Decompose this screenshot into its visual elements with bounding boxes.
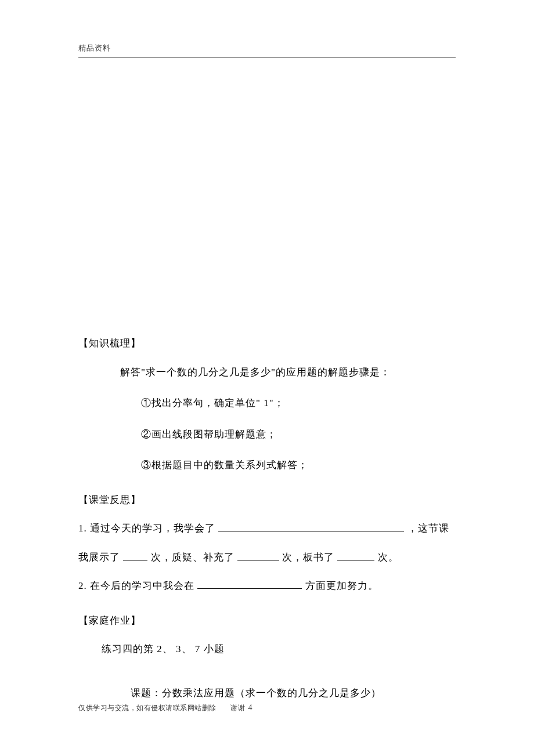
homework-text: 练习四的第 2、 3、 7 小题 <box>78 642 456 657</box>
footer-page-number: 4 <box>248 703 253 712</box>
reflection-1b-text: ，这节课 <box>407 523 449 534</box>
reflection-2a-text: 我展示了 <box>78 552 123 563</box>
header-label: 精品资料 <box>78 43 456 53</box>
reflection-2b-text: 次，质疑、补充了 <box>151 552 237 563</box>
reflection-line-3: 2. 在今后的学习中我会在 方面更加努力。 <box>78 578 456 594</box>
section-heading-homework: 【家庭作业】 <box>78 613 456 628</box>
fill-blank[interactable] <box>337 551 374 560</box>
fill-blank[interactable] <box>237 551 279 560</box>
reflection-2c-text: 次，板书了 <box>282 552 337 563</box>
reflection-2d-text: 次。 <box>378 552 399 563</box>
header-rule <box>78 57 456 57</box>
reflection-1a-text: 1. 通过今天的学习，我学会了 <box>78 523 218 534</box>
fill-blank[interactable] <box>197 579 302 589</box>
knowledge-step-1: ①找出分率句，确定单位" 1"； <box>78 396 456 411</box>
reflection-line-1: 1. 通过今天的学习，我学会了 ，这节课 <box>78 521 456 536</box>
lesson-title: 课题：分数乘法应用题（求一个数的几分之几是多少） <box>78 686 456 701</box>
fill-blank[interactable] <box>218 522 404 531</box>
knowledge-intro: 解答"求一个数的几分之几是多少"的应用题的解题步骤是： <box>78 365 456 380</box>
page-footer: 仅供学习与交流，如有侵权请联系网站删除 谢谢 4 <box>78 703 252 713</box>
knowledge-step-3: ③根据题目中的数量关系列式解答； <box>78 458 456 473</box>
page-content: 【知识梳理】 解答"求一个数的几分之几是多少"的应用题的解题步骤是： ①找出分率… <box>78 336 456 700</box>
reflection-3a-text: 2. 在今后的学习中我会在 <box>78 580 197 591</box>
document-page: 精品资料 【知识梳理】 解答"求一个数的几分之几是多少"的应用题的解题步骤是： … <box>0 0 534 756</box>
reflection-line-2: 我展示了 次，质疑、补充了 次，板书了 次。 <box>78 550 456 565</box>
page-header: 精品资料 <box>78 43 456 57</box>
footer-thanks: 谢谢 <box>230 704 245 712</box>
section-heading-knowledge: 【知识梳理】 <box>78 336 456 351</box>
section-heading-reflection: 【课堂反思】 <box>78 493 456 508</box>
footer-notice: 仅供学习与交流，如有侵权请联系网站删除 <box>78 704 217 712</box>
knowledge-step-2: ②画出线段图帮助理解题意； <box>78 427 456 442</box>
fill-blank[interactable] <box>123 551 147 560</box>
reflection-3b-text: 方面更加努力。 <box>305 580 378 591</box>
